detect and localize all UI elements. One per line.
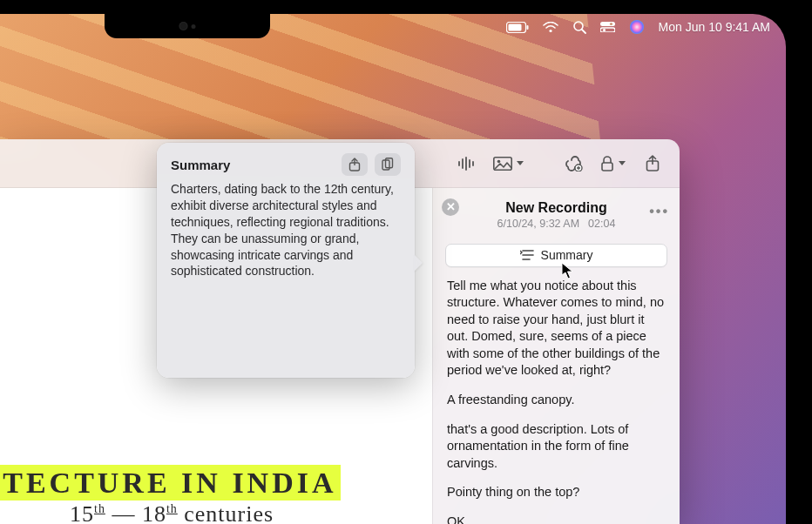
svg-point-9 — [602, 29, 605, 31]
recording-panel: ✕ ••• New Recording 6/10/24, 9:32 AM 02:… — [432, 188, 680, 524]
summary-button[interactable]: Summary — [445, 244, 667, 267]
transcript-line: A freestanding canopy. — [447, 392, 666, 409]
svg-rect-1 — [508, 24, 521, 30]
svg-point-10 — [630, 20, 644, 34]
wifi-icon[interactable] — [543, 22, 558, 33]
transcript-line: Tell me what you notice about this struc… — [447, 278, 666, 380]
recording-duration: 02:04 — [588, 218, 615, 230]
copy-summary-button[interactable] — [375, 153, 401, 176]
svg-rect-2 — [526, 25, 528, 30]
highlighted-text: ITECTURE IN INDIA — [0, 465, 341, 500]
menu-bar-clock[interactable]: Mon Jun 10 9:41 AM — [659, 20, 770, 34]
svg-rect-6 — [600, 22, 615, 26]
insert-photo-button[interactable] — [488, 151, 529, 177]
add-link-button[interactable] — [558, 151, 588, 177]
handwritten-subline: 15th — 18th centuries — [70, 501, 274, 524]
lock-note-button[interactable] — [595, 151, 631, 177]
svg-rect-8 — [600, 28, 615, 32]
summary-icon — [520, 249, 534, 261]
audio-waveform-button[interactable] — [451, 151, 481, 177]
recording-meta: 6/10/24, 9:32 AM 02:04 — [445, 218, 667, 230]
recording-date: 6/10/24, 9:32 AM — [497, 218, 580, 230]
popover-body: Charters, dating back to the 12th centur… — [171, 181, 401, 364]
transcript-line: OK. — [447, 514, 666, 524]
share-summary-button[interactable] — [342, 153, 368, 176]
svg-line-5 — [582, 30, 585, 33]
transcript-line: Pointy thing on the top? — [447, 484, 666, 501]
desktop: Mon Jun 10 9:41 AM — [0, 14, 786, 524]
popover-title: Summary — [171, 158, 230, 172]
transcript: Tell me what you notice about this struc… — [433, 274, 680, 524]
control-center-icon[interactable] — [600, 22, 615, 32]
summary-button-label: Summary — [541, 248, 593, 262]
handwritten-heading: ITECTURE IN INDIA — [0, 467, 341, 500]
svg-point-7 — [609, 23, 612, 25]
siri-icon[interactable] — [629, 19, 645, 35]
svg-point-3 — [549, 29, 551, 31]
transcript-line: that's a good description. Lots of ornam… — [447, 421, 666, 473]
close-panel-button[interactable]: ✕ — [442, 198, 459, 216]
svg-rect-21 — [602, 163, 612, 171]
svg-point-17 — [497, 159, 501, 163]
share-note-button[interactable] — [638, 151, 667, 177]
battery-icon[interactable] — [506, 22, 529, 33]
spotlight-icon[interactable] — [572, 20, 586, 34]
recording-title: New Recording — [445, 200, 667, 216]
more-options-button[interactable]: ••• — [649, 204, 669, 219]
popover-caret — [414, 254, 423, 272]
device-notch — [105, 14, 270, 38]
summary-popover: Summary Charters, dating back to the 12t… — [157, 143, 415, 378]
